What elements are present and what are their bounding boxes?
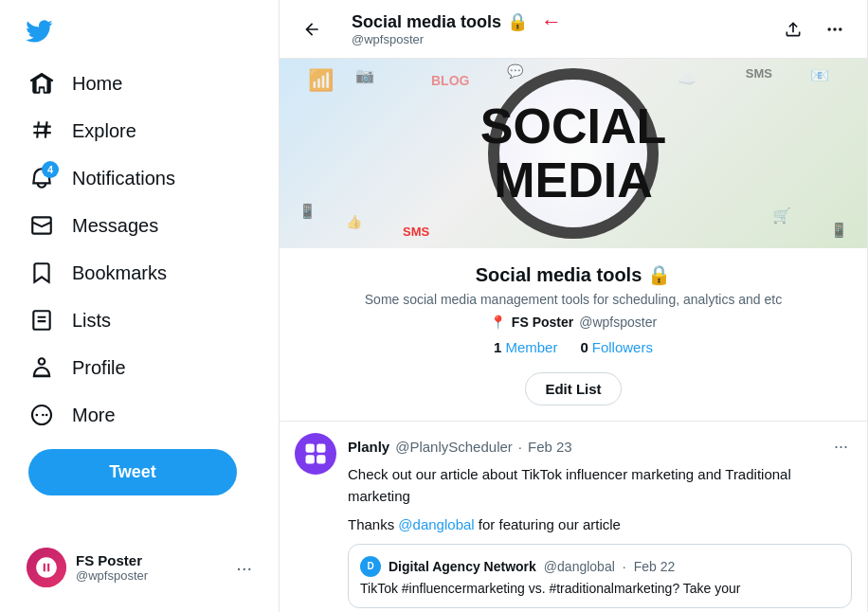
deco-mail: 📧	[810, 66, 829, 84]
tweet-mention[interactable]: @danglobal	[398, 516, 474, 532]
quoted-handle: @danglobal	[544, 559, 615, 574]
profile-lock-icon: 🔒	[647, 263, 671, 286]
back-button[interactable]	[295, 12, 329, 46]
member-stat[interactable]: 1 Member	[494, 339, 557, 355]
profile-section: Social media tools 🔒 Some social media m…	[280, 248, 867, 422]
tweet-handle: @PlanlyScheduler	[395, 439, 513, 455]
sidebar-item-more-label: More	[72, 405, 116, 426]
sidebar-item-bookmarks[interactable]: Bookmarks	[15, 250, 263, 296]
planly-avatar	[295, 433, 336, 475]
sidebar-item-profile[interactable]: Profile	[15, 345, 263, 390]
footer-names: FS Poster @wpfsposter	[76, 552, 148, 583]
sidebar-item-lists[interactable]: Lists	[15, 297, 263, 343]
sidebar-item-messages-label: Messages	[72, 215, 158, 237]
deco-cloud: ☁️	[678, 70, 696, 88]
footer-username: @wpfsposter	[76, 568, 148, 583]
top-bar-title-text: Social media tools	[352, 12, 501, 32]
profile-stats-row: 1 Member 0 Followers	[295, 339, 852, 355]
tweet-feed: Planly @PlanlyScheduler · Feb 23 ··· Che…	[280, 422, 867, 612]
edit-list-button[interactable]: Edit List	[525, 372, 621, 405]
bell-icon: 4	[28, 165, 55, 191]
banner-social-media-text: SOCIALMEDIA	[480, 99, 666, 207]
tweet-display-name[interactable]: Planly	[348, 439, 389, 455]
follower-label: Followers	[592, 339, 653, 355]
sidebar-item-more[interactable]: More	[15, 392, 263, 438]
share-icon	[784, 20, 803, 39]
svg-rect-3	[316, 455, 325, 463]
sidebar-item-home[interactable]: Home	[15, 61, 263, 106]
home-icon	[28, 70, 55, 97]
magnifier: SOCIALMEDIA	[488, 68, 659, 239]
tweet-item: Planly @PlanlyScheduler · Feb 23 ··· Che…	[280, 422, 867, 612]
envelope-icon	[28, 212, 55, 239]
follower-count: 0	[580, 339, 588, 355]
main-nav: Home Explore 4 Notifications Messages	[15, 59, 263, 440]
sidebar-item-bookmarks-label: Bookmarks	[72, 262, 167, 284]
profile-linked-handle: @wpfsposter	[579, 315, 657, 330]
tweet-more-button[interactable]: ···	[830, 433, 852, 460]
more-options-button[interactable]	[818, 12, 852, 46]
member-label: Member	[505, 339, 557, 355]
tweet-text-content1: Check out our article about TikTok influ…	[348, 466, 791, 504]
quoted-display-name: Digital Agency Network	[389, 559, 536, 574]
sidebar-item-messages[interactable]: Messages	[15, 203, 263, 248]
svg-rect-2	[306, 455, 315, 463]
list-icon	[28, 307, 55, 333]
twitter-logo[interactable]	[15, 8, 63, 55]
svg-rect-1	[316, 444, 325, 453]
profile-bio: Some social media management tools for s…	[336, 292, 810, 307]
footer-more-button[interactable]: ···	[236, 557, 252, 579]
sidebar-item-lists-label: Lists	[72, 310, 111, 332]
footer-user-info: FS Poster @wpfsposter	[27, 548, 148, 587]
twitter-bird-icon	[25, 17, 53, 45]
planly-avatar-icon	[302, 441, 329, 467]
more-dots-icon	[825, 20, 844, 39]
tweet-button[interactable]: Tweet	[28, 449, 237, 495]
share-button[interactable]	[776, 12, 810, 46]
sidebar-item-notifications[interactable]: 4 Notifications	[15, 155, 263, 201]
sidebar: Home Explore 4 Notifications Messages	[0, 0, 280, 612]
top-bar-title: Social media tools 🔒 ←	[352, 11, 776, 32]
deco-wifi: 📶	[308, 68, 334, 93]
top-bar-subtitle: @wpfsposter	[352, 32, 776, 46]
deco-sms-top: SMS	[746, 66, 772, 81]
top-bar-title-area: Social media tools 🔒 ← @wpfsposter	[352, 11, 776, 46]
svg-rect-0	[306, 444, 315, 453]
quoted-tweet[interactable]: D Digital Agency Network @danglobal · Fe…	[348, 544, 852, 608]
red-arrow-indicator: ←	[541, 11, 562, 32]
dots-circle-icon	[28, 402, 55, 428]
location-pin-icon: 📍	[490, 315, 506, 330]
tweet-user-info: Planly @PlanlyScheduler · Feb 23	[348, 439, 572, 455]
deco-msg: 💬	[507, 63, 523, 79]
quoted-avatar: D	[360, 556, 381, 577]
footer-avatar	[27, 548, 66, 587]
deco-camera: 📷	[355, 66, 374, 84]
profile-name-text: Social media tools	[476, 264, 642, 286]
tweet-dot: ·	[518, 439, 522, 455]
profile-link-row: 📍 FS Poster @wpfsposter	[295, 315, 852, 330]
profile-banner: 📶 📷 BLOG 💬 ☁️ SMS 📧 📱 👍 SMS 🛒 📱 SOCIALME…	[280, 59, 867, 248]
deco-cart: 🛒	[772, 207, 791, 225]
sidebar-item-notifications-label: Notifications	[72, 168, 175, 189]
sidebar-item-profile-label: Profile	[72, 357, 126, 379]
profile-linked-name[interactable]: FS Poster	[512, 315, 573, 330]
sidebar-item-home-label: Home	[72, 73, 122, 95]
tweet-body: Planly @PlanlyScheduler · Feb 23 ··· Che…	[348, 433, 852, 608]
tweet-text-line1: Check out our article about TikTok influ…	[348, 464, 852, 507]
top-bar-actions	[776, 12, 852, 46]
quoted-dot: ·	[623, 559, 626, 574]
sidebar-item-explore-label: Explore	[72, 120, 136, 142]
quoted-text: TikTok #influencermarketing vs. #traditi…	[360, 581, 840, 596]
person-icon	[28, 354, 55, 381]
quoted-date: Feb 22	[634, 559, 676, 574]
hashtag-icon	[28, 117, 55, 144]
notifications-badge: 4	[42, 161, 59, 178]
quoted-avatar-label: D	[367, 561, 373, 571]
follower-stat[interactable]: 0 Followers	[580, 339, 653, 355]
sidebar-footer[interactable]: FS Poster @wpfsposter ···	[15, 538, 263, 597]
top-bar: Social media tools 🔒 ← @wpfsposter	[280, 0, 867, 59]
deco-phone2: 📱	[830, 222, 848, 239]
footer-display-name: FS Poster	[76, 552, 148, 568]
sidebar-item-explore[interactable]: Explore	[15, 108, 263, 153]
profile-name: Social media tools 🔒	[295, 263, 852, 286]
